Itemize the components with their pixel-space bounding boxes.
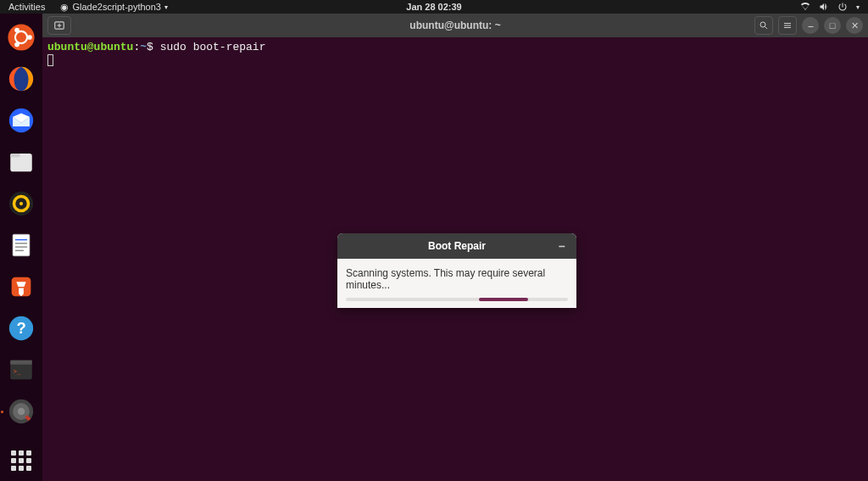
dock-item-firefox[interactable]: [5, 64, 37, 93]
dock-item-rhythmbox[interactable]: [5, 188, 37, 218]
files-icon: [7, 148, 36, 176]
dock-item-software[interactable]: [5, 272, 37, 302]
dialog-minimize-button[interactable]: ‒: [554, 238, 570, 254]
svg-point-25: [18, 408, 25, 416]
show-applications-button[interactable]: [11, 450, 31, 471]
menu-button[interactable]: [778, 16, 797, 35]
boot-repair-icon: [7, 397, 36, 426]
terminal-titlebar[interactable]: ubuntu@ubuntu: ~ ‒ □ ✕: [42, 14, 868, 37]
svg-text:>_: >_: [14, 368, 21, 376]
maximize-button[interactable]: □: [824, 17, 841, 34]
prompt-dollar: $: [147, 41, 160, 53]
dock-item-writer[interactable]: [5, 230, 37, 260]
dock-item-ubuntu[interactable]: [5, 22, 37, 52]
app-indicator-label: Glade2script-python3: [72, 2, 161, 12]
libreoffice-writer-icon: [7, 231, 36, 260]
svg-rect-13: [15, 239, 27, 240]
svg-rect-8: [10, 154, 19, 157]
cursor: [47, 54, 53, 66]
progress-bar-track: [346, 298, 568, 301]
dialog-body: Scanning systems. This may require sever…: [337, 259, 576, 308]
new-tab-icon: [53, 20, 65, 31]
help-icon: ?: [7, 314, 36, 343]
dock-item-thunderbird[interactable]: [5, 105, 37, 135]
close-button[interactable]: ✕: [846, 17, 863, 34]
dialog-message: Scanning systems. This may require sever…: [346, 267, 568, 291]
network-icon: [800, 2, 810, 12]
dock-item-help[interactable]: ?: [5, 314, 37, 344]
volume-icon: [819, 2, 829, 12]
status-area[interactable]: ▾: [800, 2, 860, 12]
dialog-titlebar[interactable]: Boot Repair ‒: [337, 233, 576, 259]
svg-rect-15: [15, 246, 27, 247]
search-icon: [759, 20, 769, 31]
svg-rect-12: [13, 234, 30, 256]
svg-rect-16: [15, 250, 24, 251]
power-icon: [837, 2, 848, 12]
terminal-title: ubuntu@ubuntu: ~: [409, 20, 500, 31]
command-text: sudo boot-repair: [160, 41, 266, 53]
cursor-line: [47, 53, 863, 66]
chevron-down-icon: ▾: [164, 3, 168, 11]
topbar-left: Activities ◉ Glade2script-python3 ▾: [8, 2, 168, 13]
svg-text:?: ?: [16, 320, 25, 338]
boot-repair-dialog[interactable]: Boot Repair ‒ Scanning systems. This may…: [337, 233, 576, 308]
app-indicator[interactable]: ◉ Glade2script-python3 ▾: [60, 2, 168, 13]
thunderbird-icon: [7, 106, 36, 135]
new-tab-button[interactable]: [47, 16, 71, 35]
svg-point-4: [14, 42, 19, 47]
minimize-button[interactable]: ‒: [802, 17, 819, 34]
dock: ? >_: [0, 14, 42, 481]
dock-item-files[interactable]: [5, 147, 37, 176]
svg-rect-21: [10, 361, 32, 365]
chevron-down-icon: ▾: [856, 3, 860, 11]
prompt-path: ~: [140, 41, 147, 53]
dialog-title: Boot Repair: [428, 240, 486, 252]
svg-point-2: [27, 35, 32, 40]
svg-point-3: [14, 27, 19, 32]
ubuntu-logo-icon: [7, 23, 36, 52]
terminal-line: ubuntu@ubuntu:~$ sudo boot-repair: [47, 41, 863, 53]
prompt-user: ubuntu@ubuntu: [47, 41, 133, 53]
search-button[interactable]: [754, 16, 773, 35]
rhythmbox-icon: [7, 189, 36, 218]
svg-line-30: [765, 27, 768, 30]
dock-item-bootrepair[interactable]: [5, 397, 37, 427]
svg-rect-14: [15, 243, 27, 243]
activities-button[interactable]: Activities: [8, 2, 45, 12]
firefox-icon: [7, 64, 36, 93]
titlebar-controls: ‒ □ ✕: [754, 16, 863, 35]
terminal-icon: >_: [7, 355, 36, 384]
gnome-topbar: Activities ◉ Glade2script-python3 ▾ Jan …: [0, 0, 868, 14]
ubuntu-software-icon: [7, 272, 36, 301]
svg-point-11: [19, 202, 23, 205]
clock[interactable]: Jan 28 02:39: [406, 2, 461, 12]
hamburger-icon: [782, 20, 793, 31]
dock-item-terminal[interactable]: >_: [5, 355, 37, 385]
svg-point-29: [760, 22, 765, 27]
app-indicator-icon: ◉: [60, 2, 69, 13]
progress-bar-fill: [479, 298, 528, 301]
